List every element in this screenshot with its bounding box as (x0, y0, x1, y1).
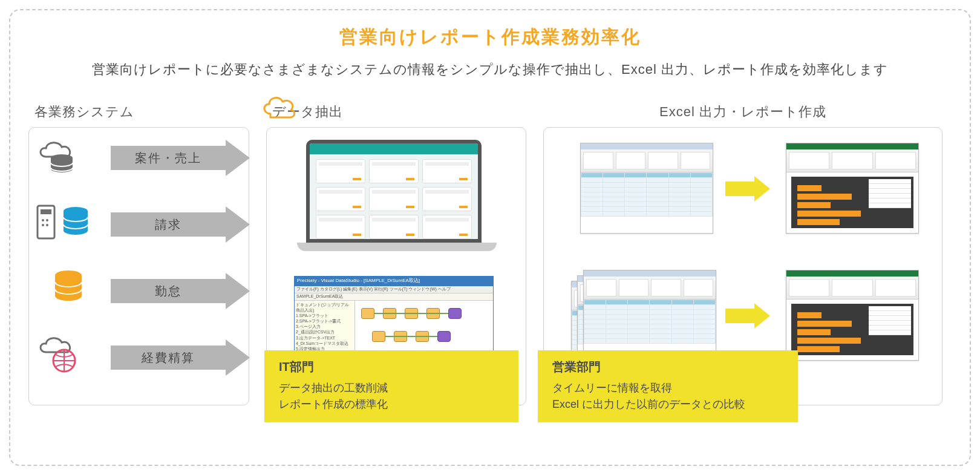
excel-chart-1 (786, 143, 919, 234)
svg-point-5 (42, 224, 44, 226)
arrow-anken: 案件・売上 (111, 140, 250, 176)
window-tab: SAMPLE_DrSumEA取込 (295, 293, 493, 301)
svg-point-4 (46, 219, 48, 221)
subtitle: 営業向けレポートに必要なさまざまなシステムの情報をシンプルな操作で抽出し、Exc… (28, 61, 952, 79)
cloud-icon (258, 91, 301, 120)
main-title: 営業向けレポート作成業務効率化 (28, 25, 952, 50)
svg-rect-2 (41, 209, 51, 214)
col-systems: 各業務システム 案件・売上 (28, 103, 249, 405)
arrow-seikyu: 請求 (111, 206, 250, 243)
server-icon (35, 203, 57, 241)
panel-systems: 案件・売上 (28, 127, 249, 405)
arrow-keihi: 経費精算 (111, 339, 250, 376)
callout-it-heading: IT部門 (279, 359, 504, 375)
laptop-mock (297, 140, 491, 261)
window-menu: ファイル(F) カタログ(L) 編集(E) 表示(V) 実行(R) ツール(T)… (295, 286, 493, 293)
window-title: Precisely - Visual DataStudio - [SAMPLE_… (295, 277, 493, 286)
callout-it: IT部門 データ抽出の工数削減 レポート作成の標準化 (264, 350, 518, 422)
col-head-extract: データ抽出 (272, 103, 526, 121)
col-head-output: Excel 出力・レポート作成 (543, 103, 942, 121)
callout-sales: 営業部門 タイムリーに情報を取得 Excel に出力した以前のデータとの比較 (538, 350, 798, 422)
col-head-systems: 各業務システム (34, 103, 249, 121)
diagram-container: 営業向けレポート作成業務効率化 営業向けレポートに必要なさまざまなシステムの情報… (9, 9, 971, 466)
cloud-db-icon (35, 140, 83, 177)
svg-point-3 (42, 219, 44, 221)
excel-sheet-1 (580, 143, 713, 234)
svg-point-6 (46, 224, 48, 226)
callout-sales-heading: 営業部門 (552, 359, 783, 375)
excel-chart-2 (786, 270, 919, 361)
columns-row: 各業務システム 案件・売上 (28, 103, 952, 405)
cloud-globe-icon (35, 336, 86, 374)
chart-area (791, 177, 913, 228)
arrow-kintai: 勤怠 (111, 273, 250, 309)
database-orange-icon (53, 270, 83, 304)
database-blue-icon (62, 206, 90, 238)
